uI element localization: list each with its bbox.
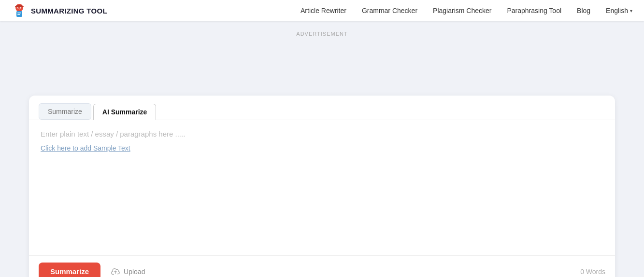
nav-plagiarism-checker[interactable]: Plagiarism Checker	[433, 7, 491, 14]
svg-rect-9	[15, 6, 24, 7]
nav-grammar-checker[interactable]: Grammar Checker	[362, 7, 417, 14]
main-content: ADVERTISEMENT Summarize AI Summarize Ent…	[0, 21, 644, 277]
svg-point-4	[21, 7, 21, 8]
main-nav: Article Rewriter Grammar Checker Plagiar…	[301, 7, 632, 14]
language-selector[interactable]: English ▾	[606, 7, 632, 14]
tabs-bar: Summarize AI Summarize	[29, 96, 615, 120]
bottom-bar: Summarize Upload 0 Words	[29, 255, 615, 277]
svg-point-3	[18, 7, 18, 8]
upload-label: Upload	[124, 268, 145, 276]
nav-paraphrasing-tool[interactable]: Paraphrasing Tool	[507, 7, 561, 14]
text-input-area[interactable]: Enter plain text / essay / paragraphs he…	[29, 120, 615, 255]
nav-article-rewriter[interactable]: Article Rewriter	[301, 7, 346, 14]
tool-card: Summarize AI Summarize Enter plain text …	[29, 96, 615, 277]
upload-area[interactable]: Upload	[110, 266, 145, 277]
logo-text: SUMMARIZING TOOL	[31, 7, 107, 15]
tab-ai-summarize[interactable]: AI Summarize	[93, 104, 157, 120]
chevron-down-icon: ▾	[630, 8, 632, 14]
summarize-button[interactable]: Summarize	[39, 263, 100, 277]
ad-space	[29, 42, 615, 86]
svg-rect-6	[17, 13, 21, 14]
upload-icon	[110, 266, 121, 277]
logo[interactable]: SUMMARIZING TOOL	[12, 3, 107, 18]
logo-icon	[12, 3, 27, 18]
header: SUMMARIZING TOOL Article Rewriter Gramma…	[0, 0, 644, 21]
advertisement-label: ADVERTISEMENT	[29, 31, 615, 37]
tab-summarize[interactable]: Summarize	[39, 103, 91, 120]
language-label: English	[606, 7, 628, 14]
svg-rect-7	[17, 14, 20, 15]
nav-blog[interactable]: Blog	[577, 7, 590, 14]
word-count: 0 Words	[580, 268, 605, 276]
